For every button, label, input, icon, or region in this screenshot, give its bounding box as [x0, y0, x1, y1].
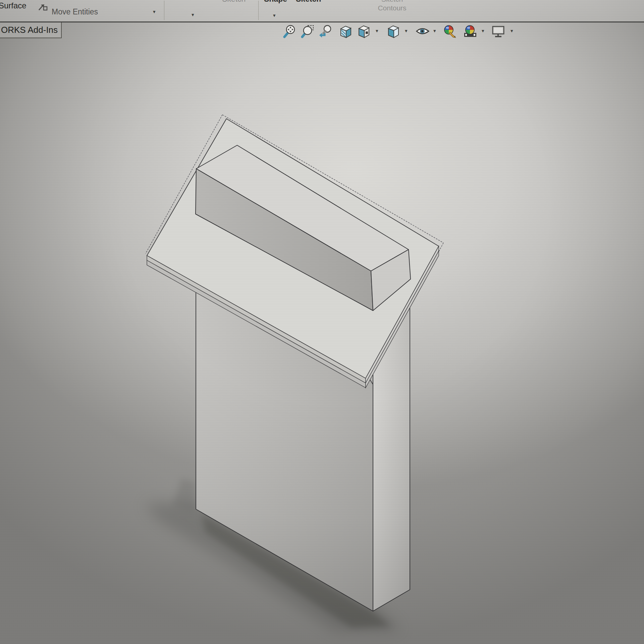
- zoom-to-fit-icon: [282, 24, 297, 39]
- ribbon-dropdown-caret[interactable]: ▾: [153, 9, 156, 14]
- apply-scene-icon: [463, 24, 478, 39]
- previous-view-icon: [318, 24, 333, 39]
- cad-model-canvas: [0, 22, 644, 644]
- clipped-button-label: Sketch: [222, 0, 246, 4]
- shaded-sketch-contours-line1: Sketch: [367, 0, 417, 4]
- monitor-icon: [491, 24, 506, 39]
- shaded-sketch-contours-line2: Contours: [367, 4, 417, 12]
- shaded-sketch-contours-button[interactable]: Sketch Contours: [367, 0, 417, 12]
- display-style-button[interactable]: [386, 24, 400, 39]
- move-entities-icon: [37, 2, 48, 13]
- ribbon-separator: [164, 1, 164, 20]
- apply-scene-dropdown-caret[interactable]: ▾: [482, 28, 484, 33]
- display-style-dropdown-caret[interactable]: ▾: [405, 28, 408, 33]
- surface-button-label[interactable]: Surface: [0, 1, 26, 10]
- ribbon-dropdown-caret[interactable]: ▾: [192, 12, 194, 17]
- eye-icon: [415, 24, 430, 39]
- zoom-to-fit-button[interactable]: [282, 24, 297, 39]
- view-orientation-button[interactable]: [356, 24, 371, 39]
- edit-appearance-icon: [443, 24, 458, 39]
- ribbon-dropdown-caret[interactable]: ▾: [273, 13, 276, 18]
- move-entities-button[interactable]: Move Entities: [52, 7, 98, 16]
- zoom-to-area-button[interactable]: [300, 24, 315, 39]
- apply-scene-button[interactable]: [463, 24, 478, 39]
- view-orientation-icon: [356, 24, 371, 39]
- solidworks-screenshot: { "ribbon": { "surface_label": "Surface"…: [0, 0, 644, 644]
- view-settings-button[interactable]: [491, 24, 506, 39]
- ribbon-bottom-border: [0, 21, 644, 22]
- zoom-to-area-icon: [300, 24, 315, 39]
- view-settings-dropdown-caret[interactable]: ▾: [511, 28, 513, 33]
- clipped-button-label: Sketch: [296, 0, 321, 4]
- hide-show-items-button[interactable]: [415, 24, 430, 39]
- view-orientation-dropdown-caret[interactable]: ▾: [376, 28, 378, 33]
- previous-view-button[interactable]: [318, 24, 333, 39]
- clipped-button-label: Shape: [264, 0, 287, 4]
- tab-solidworks-add-ins[interactable]: ORKS Add-Ins: [0, 22, 62, 38]
- section-view-button[interactable]: [338, 24, 353, 39]
- hide-show-dropdown-caret[interactable]: ▾: [433, 28, 436, 33]
- display-style-icon: [386, 24, 400, 39]
- section-view-icon: [338, 24, 353, 39]
- ribbon-separator: [258, 1, 259, 20]
- command-manager-ribbon: Surface Move Entities ▾ ▾ ▾ Sketch Shape…: [0, 0, 644, 21]
- edit-appearance-button[interactable]: [443, 24, 458, 39]
- graphics-viewport[interactable]: [0, 22, 644, 644]
